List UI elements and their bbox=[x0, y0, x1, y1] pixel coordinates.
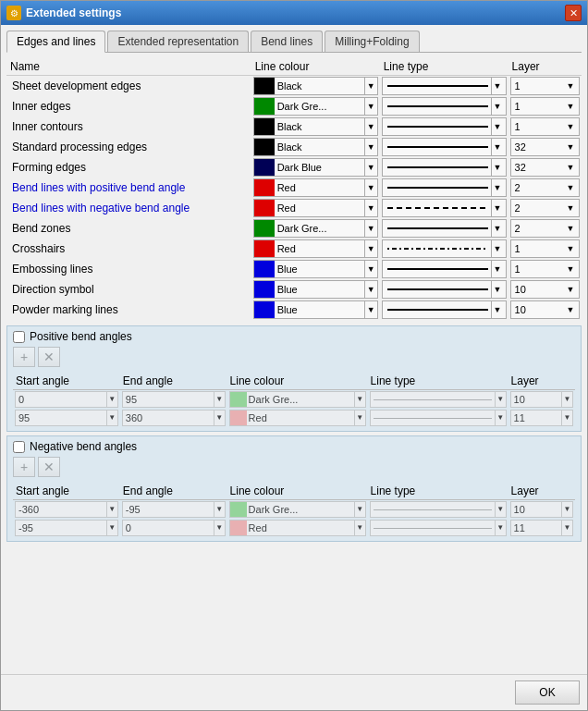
linetype-dropdown[interactable]: ▼ bbox=[382, 158, 507, 177]
start-angle-dropdown[interactable]: -360▼ bbox=[15, 501, 118, 518]
layer-dropdown[interactable]: 10▼ bbox=[510, 280, 580, 299]
layer-dropdown[interactable]: 2▼ bbox=[510, 199, 580, 217]
layer-label: 2 bbox=[513, 182, 564, 193]
linetype-dropdown[interactable]: ▼ bbox=[382, 117, 507, 136]
sub-linetype-dropdown[interactable]: ▼ bbox=[370, 410, 507, 426]
color-dropdown[interactable]: Blue▼ bbox=[253, 300, 378, 319]
table-row: Powder marking linesBlue▼▼10▼ bbox=[6, 300, 582, 320]
sub-color-dropdown[interactable]: Red▼ bbox=[229, 520, 366, 536]
linetype-dropdown[interactable]: ▼ bbox=[382, 77, 507, 95]
linetype-dropdown[interactable]: ▼ bbox=[382, 239, 507, 258]
tab-extended-rep[interactable]: Extended representation bbox=[107, 31, 249, 52]
layer-dropdown[interactable]: 2▼ bbox=[510, 219, 580, 238]
tab-edges-lines[interactable]: Edges and lines bbox=[6, 31, 105, 53]
start-angle-arrow: ▼ bbox=[106, 502, 117, 517]
layer-dropdown[interactable]: 1▼ bbox=[510, 260, 580, 278]
positive-btn-row: + ✕ bbox=[13, 347, 575, 367]
row-linetype-cell: ▼ bbox=[380, 157, 508, 178]
linetype-dropdown[interactable]: ▼ bbox=[382, 300, 507, 319]
close-button[interactable]: ✕ bbox=[565, 5, 582, 21]
sub-linetype-dropdown[interactable]: ▼ bbox=[370, 391, 507, 408]
sub-layer-dropdown[interactable]: 11▼ bbox=[510, 410, 573, 426]
sub-color-swatch bbox=[230, 502, 247, 517]
sub-linetype-dropdown[interactable]: ▼ bbox=[370, 520, 507, 536]
color-dropdown[interactable]: Red▼ bbox=[253, 199, 378, 217]
color-dropdown[interactable]: Black▼ bbox=[253, 138, 378, 156]
sub-layer-dropdown[interactable]: 10▼ bbox=[510, 501, 573, 518]
start-angle-dropdown[interactable]: 95▼ bbox=[15, 410, 118, 426]
tab-milling-folding[interactable]: Milling+Folding bbox=[325, 31, 419, 52]
linetype-preview bbox=[387, 268, 488, 270]
color-label: Blue bbox=[275, 264, 364, 275]
negative-checkbox-row: Negative bend angles bbox=[13, 440, 575, 453]
sub-color-dropdown[interactable]: Red▼ bbox=[229, 410, 366, 426]
sub-linetype-dropdown[interactable]: ▼ bbox=[370, 501, 507, 518]
positive-add-button[interactable]: + bbox=[13, 347, 35, 367]
row-name-label: Bend lines with negative bend angle bbox=[8, 200, 193, 216]
row-name: Inner edges bbox=[6, 96, 251, 116]
sub-layer-dropdown[interactable]: 10▼ bbox=[510, 391, 573, 408]
linetype-dropdown[interactable]: ▼ bbox=[382, 199, 507, 217]
linetype-dropdown-arrow: ▼ bbox=[491, 240, 504, 257]
end-angle-dropdown[interactable]: 95▼ bbox=[122, 391, 226, 408]
color-swatch bbox=[254, 281, 275, 298]
end-angle-value: 360 bbox=[123, 412, 214, 423]
sub-color-dropdown[interactable]: Dark Gre...▼ bbox=[229, 391, 366, 408]
end-angle-dropdown[interactable]: 360▼ bbox=[122, 410, 226, 426]
start-angle-value: -360 bbox=[16, 504, 106, 515]
ok-button[interactable]: OK bbox=[515, 680, 580, 705]
sub-color-dropdown[interactable]: Dark Gre...▼ bbox=[229, 501, 366, 518]
color-swatch bbox=[254, 261, 275, 277]
sub-layer-dropdown[interactable]: 11▼ bbox=[510, 520, 573, 536]
color-dropdown[interactable]: Dark Gre...▼ bbox=[253, 97, 378, 116]
linetype-dropdown[interactable]: ▼ bbox=[382, 280, 507, 299]
table-row: Bend lines with positive bend angleRed▼▼… bbox=[6, 178, 582, 198]
layer-dropdown[interactable]: 1▼ bbox=[510, 77, 580, 95]
linetype-dropdown[interactable]: ▼ bbox=[382, 138, 507, 156]
negative-add-button[interactable]: + bbox=[13, 457, 35, 477]
linetype-dropdown[interactable]: ▼ bbox=[382, 219, 507, 238]
sub-color-arrow: ▼ bbox=[354, 411, 365, 425]
linetype-dropdown[interactable]: ▼ bbox=[382, 178, 507, 197]
negative-bend-checkbox[interactable] bbox=[13, 441, 25, 453]
main-window: ⚙ Extended settings ✕ Edges and lines Ex… bbox=[0, 0, 588, 711]
tab-bend-lines[interactable]: Bend lines bbox=[251, 31, 323, 52]
color-dropdown[interactable]: Blue▼ bbox=[253, 280, 378, 299]
color-dropdown[interactable]: Red▼ bbox=[253, 178, 378, 197]
layer-dropdown[interactable]: 1▼ bbox=[510, 239, 580, 258]
color-dropdown[interactable]: Blue▼ bbox=[253, 260, 378, 278]
layer-dropdown[interactable]: 32▼ bbox=[510, 158, 580, 177]
row-name: Crosshairs bbox=[6, 239, 251, 259]
layer-dropdown-arrow: ▼ bbox=[564, 203, 577, 213]
start-angle-dropdown[interactable]: -95▼ bbox=[15, 520, 118, 536]
positive-bend-checkbox[interactable] bbox=[13, 331, 25, 343]
layer-dropdown[interactable]: 32▼ bbox=[510, 138, 580, 156]
color-dropdown[interactable]: Black▼ bbox=[253, 117, 378, 136]
layer-label: 2 bbox=[513, 223, 564, 234]
row-layer-cell: 1▼ bbox=[508, 239, 582, 259]
linetype-preview bbox=[387, 309, 488, 311]
negative-remove-button[interactable]: ✕ bbox=[38, 457, 60, 477]
linetype-dropdown-arrow: ▼ bbox=[491, 200, 504, 216]
color-dropdown[interactable]: Black▼ bbox=[253, 77, 378, 95]
app-icon: ⚙ bbox=[6, 6, 21, 20]
linetype-preview bbox=[387, 166, 488, 168]
linetype-dropdown[interactable]: ▼ bbox=[382, 260, 507, 278]
layer-dropdown[interactable]: 10▼ bbox=[510, 300, 580, 319]
color-dropdown[interactable]: Red▼ bbox=[253, 239, 378, 258]
linetype-dropdown[interactable]: ▼ bbox=[382, 97, 507, 116]
layer-dropdown[interactable]: 1▼ bbox=[510, 97, 580, 116]
start-angle-dropdown[interactable]: 0▼ bbox=[15, 391, 118, 408]
end-angle-dropdown[interactable]: 0▼ bbox=[122, 520, 226, 536]
color-dropdown[interactable]: Dark Gre...▼ bbox=[253, 219, 378, 238]
col-header-name: Name bbox=[6, 58, 251, 76]
linetype-dropdown-arrow: ▼ bbox=[491, 261, 504, 277]
color-dropdown[interactable]: Dark Blue▼ bbox=[253, 158, 378, 177]
linetype-preview bbox=[387, 288, 488, 290]
positive-remove-button[interactable]: ✕ bbox=[38, 347, 60, 367]
end-angle-dropdown[interactable]: -95▼ bbox=[122, 501, 226, 518]
layer-label: 10 bbox=[513, 284, 564, 295]
layer-dropdown[interactable]: 2▼ bbox=[510, 178, 580, 197]
row-color-cell: Black▼ bbox=[251, 137, 380, 157]
layer-dropdown[interactable]: 1▼ bbox=[510, 117, 580, 136]
